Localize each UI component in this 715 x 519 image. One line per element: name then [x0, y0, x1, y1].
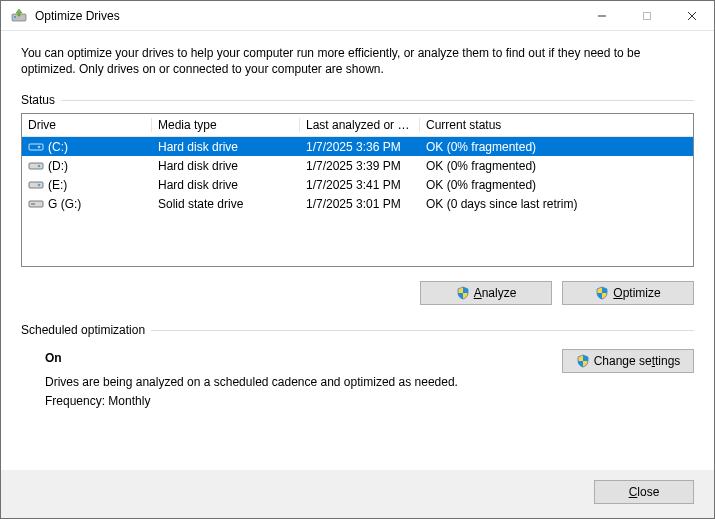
analyze-label: Analyze	[474, 286, 517, 300]
table-row[interactable]: G (G:) Solid state drive 1/7/2025 3:01 P…	[22, 194, 693, 213]
svg-rect-6	[29, 144, 43, 150]
schedule-section-header: Scheduled optimization	[21, 323, 694, 337]
change-settings-button[interactable]: Change settings	[562, 349, 694, 373]
schedule-freq: Frequency: Monthly	[45, 392, 562, 411]
app-icon	[11, 8, 27, 24]
schedule-state: On	[45, 349, 562, 368]
drive-name-cell: (D:)	[22, 159, 152, 173]
table-row[interactable]: (D:) Hard disk drive 1/7/2025 3:39 PM OK…	[22, 156, 693, 175]
drive-icon	[28, 179, 44, 191]
drive-icon	[28, 198, 44, 210]
drive-name-cell: (E:)	[22, 178, 152, 192]
current-status-cell: OK (0 days since last retrim)	[420, 197, 693, 211]
shield-icon	[576, 354, 590, 368]
column-header-status[interactable]: Current status	[420, 118, 693, 132]
svg-point-7	[38, 146, 41, 149]
titlebar: Optimize Drives	[1, 1, 714, 31]
table-row[interactable]: (C:) Hard disk drive 1/7/2025 3:36 PM OK…	[22, 137, 693, 156]
window-title: Optimize Drives	[35, 9, 579, 23]
current-status-cell: OK (0% fragmented)	[420, 140, 693, 154]
minimize-button[interactable]	[579, 1, 624, 31]
analyze-button[interactable]: Analyze	[420, 281, 552, 305]
last-analyzed-cell: 1/7/2025 3:01 PM	[300, 197, 420, 211]
drives-list-body: (C:) Hard disk drive 1/7/2025 3:36 PM OK…	[22, 137, 693, 213]
current-status-cell: OK (0% fragmented)	[420, 159, 693, 173]
footer: Close	[1, 470, 714, 518]
action-buttons-row: Analyze Optimize	[21, 281, 694, 305]
maximize-button[interactable]	[624, 1, 669, 31]
svg-rect-10	[29, 182, 43, 188]
drives-list[interactable]: Drive Media type Last analyzed or o... C…	[21, 113, 694, 267]
media-type-cell: Hard disk drive	[152, 178, 300, 192]
status-label: Status	[21, 93, 55, 107]
svg-rect-8	[29, 163, 43, 169]
drive-name-cell: G (G:)	[22, 197, 152, 211]
drive-icon	[28, 141, 44, 153]
table-row[interactable]: (E:) Hard disk drive 1/7/2025 3:41 PM OK…	[22, 175, 693, 194]
change-settings-label: Change settings	[594, 354, 681, 368]
optimize-button[interactable]: Optimize	[562, 281, 694, 305]
last-analyzed-cell: 1/7/2025 3:39 PM	[300, 159, 420, 173]
status-section-header: Status	[21, 93, 694, 107]
schedule-button-col: Change settings	[562, 349, 694, 411]
drive-name: (D:)	[48, 159, 68, 173]
optimize-drives-window: Optimize Drives You can optimize your dr…	[0, 0, 715, 519]
column-header-last[interactable]: Last analyzed or o...	[300, 118, 420, 132]
divider	[61, 100, 694, 101]
drives-list-header[interactable]: Drive Media type Last analyzed or o... C…	[22, 114, 693, 137]
schedule-block: On Drives are being analyzed on a schedu…	[21, 349, 694, 411]
close-button[interactable]: Close	[594, 480, 694, 504]
drive-name: (E:)	[48, 178, 67, 192]
drive-name: G (G:)	[48, 197, 81, 211]
optimize-label: Optimize	[613, 286, 660, 300]
drive-icon	[28, 160, 44, 172]
drive-name: (C:)	[48, 140, 68, 154]
close-window-button[interactable]	[669, 1, 714, 31]
divider	[151, 330, 694, 331]
last-analyzed-cell: 1/7/2025 3:36 PM	[300, 140, 420, 154]
svg-point-9	[38, 165, 41, 168]
drive-name-cell: (C:)	[22, 140, 152, 154]
intro-text: You can optimize your drives to help you…	[21, 45, 694, 77]
svg-point-11	[38, 184, 41, 187]
schedule-label: Scheduled optimization	[21, 323, 145, 337]
schedule-text: On Drives are being analyzed on a schedu…	[21, 349, 562, 411]
svg-rect-3	[643, 12, 650, 19]
column-header-media[interactable]: Media type	[152, 118, 300, 132]
svg-rect-1	[14, 16, 16, 18]
shield-icon	[456, 286, 470, 300]
svg-rect-13	[31, 203, 35, 205]
column-header-drive[interactable]: Drive	[22, 118, 152, 132]
shield-icon	[595, 286, 609, 300]
content-area: You can optimize your drives to help you…	[1, 31, 714, 470]
last-analyzed-cell: 1/7/2025 3:41 PM	[300, 178, 420, 192]
media-type-cell: Hard disk drive	[152, 140, 300, 154]
close-label: Close	[629, 485, 660, 499]
media-type-cell: Solid state drive	[152, 197, 300, 211]
schedule-desc: Drives are being analyzed on a scheduled…	[45, 373, 562, 392]
current-status-cell: OK (0% fragmented)	[420, 178, 693, 192]
media-type-cell: Hard disk drive	[152, 159, 300, 173]
